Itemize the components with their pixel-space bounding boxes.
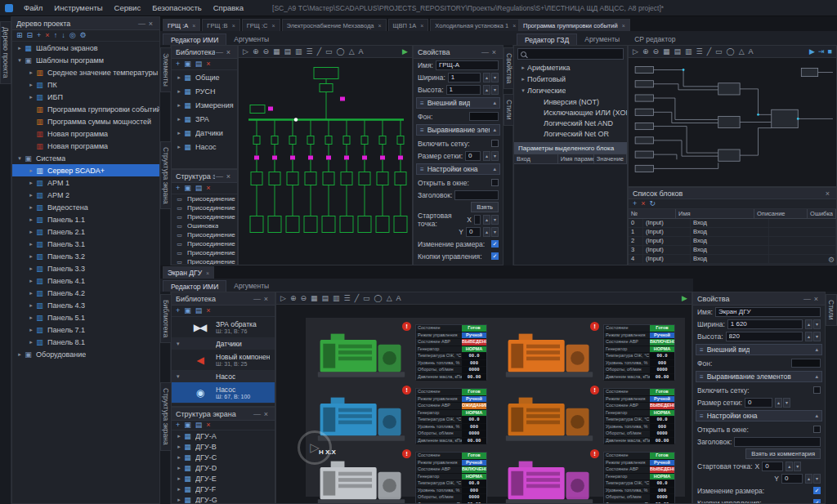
zoom-in-icon[interactable]: ⊕ xyxy=(642,48,649,56)
add-item-icon[interactable]: + xyxy=(37,32,41,39)
cursor-icon[interactable]: ▷ xyxy=(280,295,286,302)
block-column-header[interactable]: Описание xyxy=(754,209,808,218)
folder-icon[interactable]: ▣ xyxy=(184,307,191,314)
screen-tab[interactable]: ГРЩ :А × xyxy=(163,19,200,31)
rect-tool-icon[interactable]: ▭ xyxy=(715,48,723,56)
rect-tool-icon[interactable]: ▭ xyxy=(363,295,370,302)
expand-arrow-icon[interactable]: ▸ xyxy=(175,465,183,471)
cursor-icon[interactable]: ▷ xyxy=(243,48,248,56)
tree-item[interactable]: ▸ ▥ Панель 4.3 xyxy=(12,299,159,311)
width-field[interactable] xyxy=(448,73,481,83)
remove-block-icon[interactable]: × xyxy=(641,200,645,207)
line-tool-icon[interactable]: ╱ xyxy=(317,48,321,56)
expand-arrow-icon[interactable]: ▾ xyxy=(177,373,183,380)
open-in-window-checkbox[interactable] xyxy=(491,179,499,186)
section-appearance[interactable]: ≡Внешний вид▴ xyxy=(416,97,500,109)
caption-field[interactable] xyxy=(734,437,821,447)
expand-arrow-icon[interactable]: ▸ xyxy=(519,65,527,71)
expand-arrow-icon[interactable]: ▸ xyxy=(175,497,183,503)
screen-tab[interactable]: Электроснабжение Мехзавода × xyxy=(282,19,387,31)
layers-icon[interactable]: ☰ xyxy=(307,48,313,56)
program-tab[interactable]: Программа группировки событий × xyxy=(518,19,630,31)
expand-arrow-icon[interactable]: ▸ xyxy=(27,302,35,309)
collapse-all-icon[interactable]: ⊟ xyxy=(27,32,34,39)
close-tab-icon[interactable]: × xyxy=(232,23,235,29)
dgu-unit[interactable]: ! ▷ Состояние Готов Реж xyxy=(504,388,675,448)
menu-item[interactable]: Справка xyxy=(208,2,249,14)
structure-item[interactable]: ▸ ▦ ДГУ-F xyxy=(172,484,275,494)
zoom-in-icon[interactable]: ⊕ xyxy=(253,48,259,56)
generator-graphic[interactable]: ! Н Х.Х ▷ xyxy=(316,388,407,448)
expand-arrow-icon[interactable]: ▾ xyxy=(16,57,24,64)
structure-strip-tab[interactable]: Структура экрана xyxy=(160,141,172,210)
background-color-swatch[interactable] xyxy=(469,112,499,121)
tree-item[interactable]: ▸ ▥ Сервер SCADA+ xyxy=(12,164,159,176)
expand-arrow-icon[interactable]: ▸ xyxy=(175,116,183,123)
expand-arrow-icon[interactable]: ▸ xyxy=(27,180,35,186)
expand-arrow-icon[interactable]: ▸ xyxy=(175,144,183,150)
structure-item[interactable]: ▭ Ошиновка xyxy=(172,221,237,230)
polygon-tool-icon[interactable]: △ xyxy=(349,48,355,56)
structure-item[interactable]: ▭ Присоединение xyxy=(172,230,237,239)
text-tool-icon[interactable]: A xyxy=(749,48,754,56)
screen-editor-canvas[interactable]: ▷⊕⊖▦▤▥☰╱▭◯△A ▶ xyxy=(238,45,413,265)
dgu-unit[interactable]: ! ▷ Состояние Готов Реж xyxy=(504,452,675,503)
delete-item-icon[interactable]: × xyxy=(45,32,49,39)
expand-arrow-icon[interactable]: ▸ xyxy=(175,130,183,136)
block-tree-item[interactable]: ▾ Логические xyxy=(514,85,627,96)
height-field[interactable] xyxy=(726,332,803,341)
block-tree-item[interactable]: Логический Net OR xyxy=(514,128,627,139)
run-icon[interactable]: ▶ xyxy=(682,295,687,302)
zoom-out-icon[interactable]: ⊖ xyxy=(262,48,269,56)
align-cols-icon[interactable]: ▥ xyxy=(333,295,340,302)
start-x-field[interactable] xyxy=(762,462,783,471)
close-panel-icon[interactable]: × xyxy=(490,48,499,56)
library-item[interactable]: ▸ ▦ Датчики xyxy=(172,126,237,140)
tree-item[interactable]: ▸ ▥ ПК xyxy=(12,78,159,91)
step-icon[interactable]: ⇥ xyxy=(818,48,825,56)
generator-graphic[interactable]: ! ▷ xyxy=(316,324,407,385)
close-tab-icon[interactable]: × xyxy=(378,23,381,29)
dgu-unit[interactable]: ! Н Х.Х ▷ Состояние Готов xyxy=(316,388,487,448)
polygon-tool-icon[interactable]: △ xyxy=(387,295,392,302)
block-tree-item[interactable]: ▸ Побитовый xyxy=(514,74,627,85)
stop-icon[interactable]: ■ xyxy=(828,48,832,56)
run-icon[interactable]: ▶ xyxy=(809,48,815,56)
width-stepper[interactable]: ▴▾ xyxy=(483,73,499,83)
add-block-icon[interactable]: + xyxy=(633,200,637,207)
expand-arrow-icon[interactable]: ▾ xyxy=(177,341,183,347)
close-panel-icon[interactable]: × xyxy=(262,295,271,303)
generator-graphic[interactable]: ! ▷ xyxy=(504,452,595,503)
expand-arrow-icon[interactable]: ▸ xyxy=(175,475,183,482)
close-tab-icon[interactable]: × xyxy=(512,23,516,29)
window-buttons-checkbox[interactable]: ✓ xyxy=(813,499,821,504)
align-rows-icon[interactable]: ▤ xyxy=(322,295,329,302)
tree-item[interactable]: ▸ ▥ Панель 4.1 xyxy=(12,274,159,287)
grid-icon[interactable]: ▦ xyxy=(663,48,670,56)
component-entry[interactable]: ▾ Насос xyxy=(172,371,275,382)
dgu-unit[interactable]: ! ▷ Состояние Готов Реж xyxy=(504,324,675,385)
expand-arrow-icon[interactable]: ▸ xyxy=(519,76,527,83)
locate-icon[interactable]: ◎ xyxy=(69,32,76,39)
close-panel-icon[interactable]: × xyxy=(823,190,832,198)
add-icon[interactable]: + xyxy=(176,60,180,68)
align-rows-icon[interactable]: ▤ xyxy=(284,48,292,56)
component-entry[interactable]: ▾ Датчики xyxy=(172,338,275,350)
editor-tab[interactable]: Редактор ИМИ xyxy=(163,280,226,292)
elements-strip-tab[interactable]: Элементы xyxy=(160,47,172,92)
section-window[interactable]: ≡Настройки окна▴ xyxy=(416,163,500,175)
take-from-comment-button[interactable]: Взять из комментария xyxy=(745,448,821,459)
close-tab-icon[interactable]: × xyxy=(192,23,195,29)
menu-item[interactable]: Инструменты xyxy=(48,2,108,14)
minimize-panel-icon[interactable]: — xyxy=(253,410,262,418)
structure-item[interactable]: ▸ ▦ ДГУ-D xyxy=(172,462,275,473)
expand-arrow-icon[interactable]: ▸ xyxy=(27,241,35,248)
expand-arrow-icon[interactable]: ▾ xyxy=(16,155,24,162)
library-item[interactable]: ▸ ▦ Насос xyxy=(172,140,237,154)
run-icon[interactable]: ▶ xyxy=(402,48,408,56)
expand-arrow-icon[interactable]: ▸ xyxy=(175,88,183,95)
editor-tab[interactable]: Редактор ИМИ xyxy=(163,33,226,45)
structure-item[interactable]: ▸ ▦ ДГУ-Е xyxy=(172,473,275,484)
grid-size-field[interactable] xyxy=(745,398,772,408)
component-entry[interactable]: ◀ Новый компонент Ш: 31, В: 25 xyxy=(172,350,275,371)
